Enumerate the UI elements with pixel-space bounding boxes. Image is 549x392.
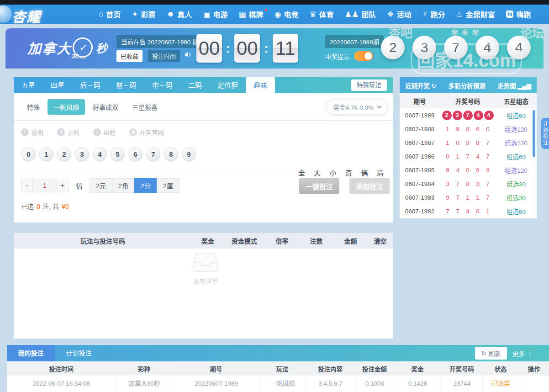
number-ball-1[interactable]: 1 (39, 147, 53, 161)
example-link[interactable]: ?示例 (57, 127, 79, 137)
nav-item-lottery[interactable]: ✦彩票 (126, 5, 161, 24)
number-ball-7[interactable]: 7 (146, 147, 160, 161)
subtab-haoshichengshuang[interactable]: 好事成双 (87, 99, 124, 115)
clear-all-column[interactable]: 清空 (368, 236, 393, 245)
quick-bet-button[interactable]: 一键投注 (299, 178, 339, 194)
sidebar-scrollbar[interactable] (533, 110, 535, 157)
nav-item-team[interactable]: ♟♟团队 (339, 5, 382, 24)
nav-item-hipao[interactable]: hi嗨跑 (501, 5, 537, 24)
subtab-sanxingbaoxi[interactable]: 三星报喜 (126, 99, 164, 115)
nav-item-live[interactable]: ☻真人 (161, 5, 198, 24)
chevron-down-icon (377, 104, 382, 108)
gift-icon: ❖ (387, 10, 394, 19)
explain-link[interactable]: !说明 (21, 127, 43, 137)
bet-record-row: 2022-06-07 16:34:08 加拿大30秒 20220607-1989… (7, 376, 549, 392)
tab-housanma[interactable]: 后三码 (72, 77, 108, 93)
nav-item-esports[interactable]: ◉电竞 (269, 5, 304, 24)
filter-even[interactable]: 偶 (361, 169, 368, 177)
plan-bet-float-tab[interactable]: 计划投注 (541, 118, 549, 149)
group-type-link[interactable]: 组选120 (496, 138, 537, 147)
brand-logo[interactable]: 杏耀 (12, 6, 41, 26)
special-play-button[interactable]: 特殊玩法 (351, 79, 387, 91)
number-ball-5[interactable]: 5 (111, 147, 125, 161)
filter-odd[interactable]: 奇 (345, 169, 352, 177)
draw-ball: 3 (453, 111, 462, 120)
tab-erma[interactable]: 二码 (180, 77, 210, 93)
tab-sixing[interactable]: 四星 (43, 77, 72, 93)
refresh-button[interactable]: ↻ 刷新 (475, 347, 507, 360)
number-ball-6[interactable]: 6 (128, 147, 143, 161)
tab-zhongsanma[interactable]: 中三码 (144, 77, 180, 93)
add-bet-button[interactable]: 添加投注 (349, 178, 390, 194)
help-link[interactable]: !帮助 (93, 127, 116, 137)
mode-2li[interactable]: 2厘 (157, 178, 179, 193)
draw-row: 0607-1985 94068 组选120 (400, 163, 537, 177)
sub-tabbar: 特殊 一帆风顺 好事成双 三星报喜 奖金4.76-0.0% (14, 93, 393, 121)
trophy-icon: ♛ (309, 10, 316, 19)
more-button[interactable]: 更多 ⋮ (512, 349, 533, 358)
multiplier-plus-button[interactable]: + (57, 179, 69, 192)
multiplier-input[interactable] (33, 179, 57, 192)
subtab-teshu[interactable]: 特殊 (21, 99, 46, 115)
number-ball-3[interactable]: 3 (75, 147, 89, 161)
nav-item-activity[interactable]: ❖活动 (381, 5, 417, 24)
bet-time-button[interactable]: 投注时间 (148, 50, 180, 62)
group-type-link[interactable]: 组选30 (496, 179, 537, 188)
multiplier-minus-button[interactable]: - (21, 179, 33, 192)
nav-item-wealth[interactable]: ♨金鼎财富 (450, 5, 500, 24)
mode-2jiao[interactable]: 2角 (112, 178, 135, 193)
mode-2fen[interactable]: 2分 (134, 178, 157, 193)
filter-all[interactable]: 全 (298, 169, 305, 177)
bet-body: !说明 ?示例 !帮助 官开奖官网 0 1 2 3 4 5 6 7 8 9 全 … (14, 121, 393, 222)
nav-label: 棋牌 (249, 9, 264, 20)
group-type-link[interactable]: 组选60 (496, 111, 537, 120)
nav-label: 金鼎财富 (466, 9, 495, 20)
number-ball-4[interactable]: 4 (93, 147, 107, 161)
tab-wuxing[interactable]: 五星 (14, 77, 43, 93)
group-type-link[interactable]: 组选60 (496, 152, 537, 161)
official-site-link[interactable]: 官开奖官网 (129, 127, 164, 137)
subtab-yifanfengshun[interactable]: 一帆风顺 (48, 99, 85, 115)
nav-item-paofen[interactable]: ⚡跑分 (417, 5, 451, 24)
group-type-link[interactable]: 组选30 (496, 193, 537, 202)
number-ball-9[interactable]: 9 (182, 147, 196, 161)
lottery-name: 加拿大 (27, 37, 71, 58)
question-icon: ? (57, 128, 65, 136)
bet-slip-header: 玩法与投注号码 奖金 资金模式 倍率 注数 金额 清空 (14, 233, 393, 249)
nav-item-home[interactable]: ⌂首页 (93, 5, 126, 24)
tab-my-bets[interactable]: 我的投注 (7, 345, 55, 361)
lottery-logo: 加拿大 ✓ 30SEC 秒 (27, 37, 107, 58)
tab-qiansanma[interactable]: 前三码 (108, 77, 144, 93)
mode-2yuan[interactable]: 2元 (90, 178, 112, 193)
nav-label: 跑分 (430, 9, 445, 20)
speaker-icon[interactable] (185, 51, 192, 60)
number-ball-8[interactable]: 8 (164, 147, 178, 161)
filter-clear[interactable]: 清 (377, 169, 384, 177)
play-tabbar: 五星 四星 后三码 前三码 中三码 二码 定位胆 趣味 特殊玩法 (14, 77, 393, 93)
number-ball-2[interactable]: 2 (57, 147, 71, 161)
filter-big[interactable]: 大 (314, 169, 321, 177)
status-badge: 已派奖 (482, 378, 519, 389)
filter-small[interactable]: 小 (330, 169, 337, 177)
sidebar-tab-analysis[interactable]: 多彩分析预测 (449, 81, 486, 90)
nav-item-sports[interactable]: ♛体育 (304, 5, 339, 24)
gamepad-icon: ◉ (274, 10, 281, 19)
tab-dingweidan[interactable]: 定位胆 (210, 77, 246, 93)
bonus-select[interactable]: 奖金4.76-0.0% (327, 100, 387, 114)
sidebar-tab-recent-draws[interactable]: 近期开奖↻ (405, 81, 436, 90)
empty-tray-icon (193, 252, 218, 272)
sidebar-table-header: 期号 开奖号码 五星组态 (400, 93, 537, 108)
win-tip-toggle[interactable] (354, 51, 373, 61)
helper-links: !说明 ?示例 !帮助 官开奖官网 (14, 121, 393, 137)
nav-item-boardcards[interactable]: ▦棋牌 (233, 5, 269, 24)
group-type-link[interactable]: 组选120 (496, 124, 537, 133)
nav-item-egame[interactable]: ▣电游 (197, 5, 233, 24)
group-type-link[interactable]: 组选120 (496, 165, 537, 175)
tab-quwei[interactable]: 趣味 (246, 77, 275, 93)
number-ball-0[interactable]: 0 (21, 147, 36, 161)
favorited-button[interactable]: 已收藏 (116, 50, 143, 62)
group-type-link[interactable]: 组选60 (496, 207, 537, 216)
sidebar-tab-trend-chart[interactable]: 走势图▂▄▆ (497, 81, 531, 90)
hi-icon: hi (506, 11, 514, 18)
tab-plan-bets[interactable]: 计划投注 (55, 345, 103, 361)
